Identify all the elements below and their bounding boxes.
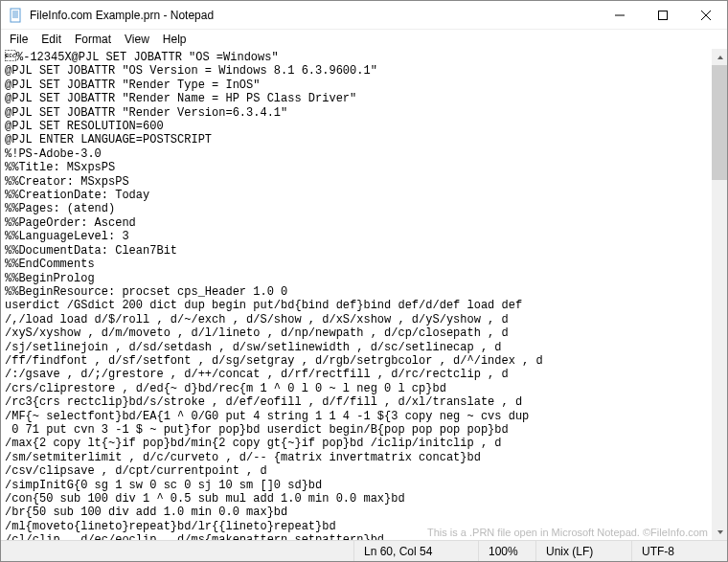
close-button[interactable] [684, 1, 727, 29]
scroll-down-button[interactable] [712, 524, 727, 540]
scroll-thumb[interactable] [712, 65, 727, 180]
status-line-ending: Unix (LF) [535, 541, 631, 561]
vertical-scrollbar[interactable] [711, 49, 727, 540]
window-controls [598, 1, 727, 29]
svg-rect-6 [658, 11, 667, 19]
status-zoom: 100% [478, 541, 535, 561]
app-icon [9, 8, 24, 23]
menu-view[interactable]: View [118, 31, 156, 48]
minimize-button[interactable] [598, 1, 641, 29]
menubar: File Edit Format View Help [1, 30, 727, 49]
scroll-up-button[interactable] [712, 49, 727, 65]
menu-edit[interactable]: Edit [34, 31, 68, 48]
titlebar: FileInfo.com Example.prn - Notepad [1, 1, 727, 30]
menu-format[interactable]: Format [68, 31, 118, 48]
status-position: Ln 60, Col 54 [353, 541, 478, 561]
menu-help[interactable]: Help [156, 31, 193, 48]
menu-file[interactable]: File [3, 31, 34, 48]
content-area: %-12345X@PJL SET JOBATTR "OS =Windows" … [1, 49, 727, 540]
status-encoding: UTF-8 [631, 541, 727, 561]
window-title: FileInfo.com Example.prn - Notepad [30, 9, 214, 22]
watermark-text: This is a .PRN file open in Microsoft No… [427, 527, 708, 538]
maximize-button[interactable] [641, 1, 684, 29]
text-editor[interactable]: %-12345X@PJL SET JOBATTR "OS =Windows" … [1, 49, 711, 540]
statusbar: Ln 60, Col 54 100% Unix (LF) UTF-8 [1, 540, 727, 561]
